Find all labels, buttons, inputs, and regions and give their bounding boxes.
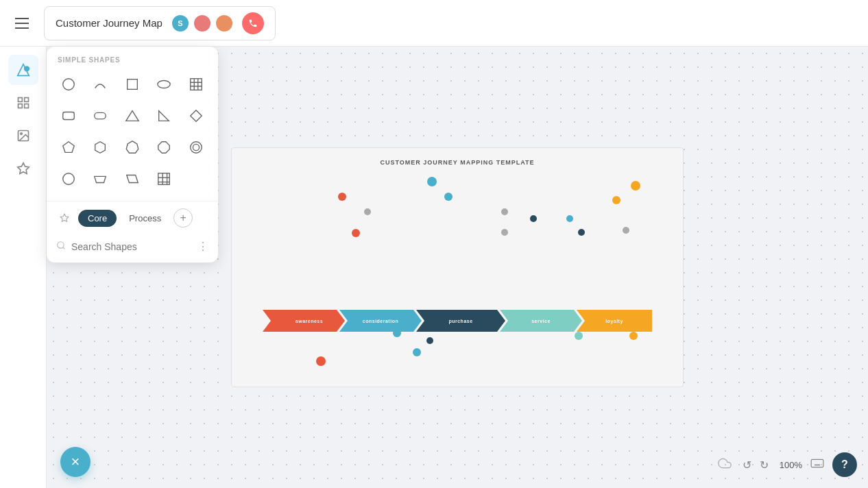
svg-point-9 xyxy=(63,79,75,90)
svg-rect-3 xyxy=(24,98,28,102)
search-input[interactable] xyxy=(71,241,192,252)
dot-pr xyxy=(316,356,326,366)
zoom-level: 100% xyxy=(780,460,802,470)
svg-marker-30 xyxy=(127,175,138,183)
shape-heptagon[interactable] xyxy=(117,132,147,162)
dot-3rdparty xyxy=(501,229,508,236)
fab-close-button[interactable]: × xyxy=(60,447,91,477)
shape-trapezoid[interactable] xyxy=(85,164,115,194)
journey-stages: awareness consideration purchase service… xyxy=(245,310,669,332)
svg-marker-8 xyxy=(17,163,29,174)
stage-loyalty: loyalty xyxy=(577,310,652,332)
shape-table[interactable] xyxy=(181,69,211,99)
stage-service: service xyxy=(500,310,582,332)
tab-add-button[interactable]: + xyxy=(173,208,193,228)
stage-consideration: consideration xyxy=(339,310,422,332)
diagram-frame: CUSTOMER JOURNEY MAPPING TEMPLATE awaren… xyxy=(231,147,684,387)
undo-redo-controls: ↺ ↻ xyxy=(740,456,771,474)
shape-ellipse[interactable] xyxy=(149,69,179,99)
svg-rect-10 xyxy=(127,80,137,90)
svg-marker-23 xyxy=(95,142,106,154)
cloud-icon xyxy=(718,456,732,474)
shape-square[interactable] xyxy=(117,69,147,99)
sidebar-shapes-button[interactable] xyxy=(8,55,38,85)
redo-button[interactable]: ↻ xyxy=(757,456,771,474)
svg-rect-38 xyxy=(811,459,823,467)
svg-rect-17 xyxy=(63,112,75,120)
dot-landing xyxy=(444,193,453,201)
sidebar-draw-button[interactable] xyxy=(8,154,38,184)
shapes-grid xyxy=(47,69,218,201)
svg-point-26 xyxy=(190,142,202,154)
shape-diamond[interactable] xyxy=(181,101,211,131)
undo-button[interactable]: ↺ xyxy=(740,456,754,474)
svg-marker-22 xyxy=(63,142,75,153)
dot-newsletter xyxy=(631,181,640,191)
svg-marker-19 xyxy=(126,111,138,121)
dot-blog2 xyxy=(623,227,629,234)
svg-marker-29 xyxy=(95,176,106,182)
dot-bottom1 xyxy=(393,329,401,337)
svg-rect-31 xyxy=(158,173,170,185)
document-title: Customer Journey Map xyxy=(56,17,162,29)
call-button[interactable] xyxy=(242,12,264,34)
dot-billboard xyxy=(338,193,346,201)
shape-parallelogram[interactable] xyxy=(117,164,147,194)
dot-bottom2 xyxy=(426,337,433,344)
dot-bottom3 xyxy=(413,348,421,356)
svg-rect-2 xyxy=(18,98,22,102)
avatar-2 xyxy=(193,14,212,33)
left-sidebar xyxy=(0,47,47,488)
dot-email xyxy=(612,196,620,204)
shape-grid[interactable] xyxy=(149,164,179,194)
shape-rounded-rect[interactable] xyxy=(53,101,84,131)
diagram-title: CUSTOMER JOURNEY MAPPING TEMPLATE xyxy=(243,159,672,166)
shape-stadium[interactable] xyxy=(85,101,115,131)
dot-search xyxy=(427,177,437,186)
shape-ring[interactable] xyxy=(181,132,211,162)
svg-point-27 xyxy=(193,144,199,150)
topbar: Customer Journey Map S xyxy=(0,0,868,47)
avatar-1: S xyxy=(171,14,190,33)
svg-point-7 xyxy=(20,133,21,135)
shape-triangle[interactable] xyxy=(117,101,147,131)
svg-rect-12 xyxy=(190,79,202,90)
close-icon: × xyxy=(71,453,80,471)
dot-website xyxy=(530,215,537,222)
stage-purchase: purchase xyxy=(416,310,505,332)
stage-awareness: awareness xyxy=(263,310,345,332)
svg-point-36 xyxy=(58,242,64,248)
sidebar-image-button[interactable] xyxy=(8,121,38,151)
dot-promotion xyxy=(629,332,638,340)
svg-marker-21 xyxy=(190,110,202,122)
avatar-3 xyxy=(215,14,234,33)
shape-octagon[interactable] xyxy=(149,132,179,162)
shapes-section-label: Simple Shapes xyxy=(47,47,218,69)
shape-right-triangle[interactable] xyxy=(149,101,179,131)
dot-imchat xyxy=(578,229,585,236)
shape-pentagon[interactable] xyxy=(53,132,84,162)
sidebar-grid-button[interactable] xyxy=(8,88,38,118)
dot-mobile xyxy=(566,215,573,222)
svg-marker-24 xyxy=(126,141,138,153)
dot-ads xyxy=(352,229,360,237)
svg-rect-4 xyxy=(18,104,22,108)
more-options-icon[interactable]: ⋮ xyxy=(197,240,208,253)
tab-core[interactable]: Core xyxy=(78,210,117,227)
collaborators: S xyxy=(171,14,234,33)
menu-button[interactable] xyxy=(11,12,33,34)
shape-arc[interactable] xyxy=(85,69,115,99)
search-icon xyxy=(56,241,66,252)
shape-circle2[interactable] xyxy=(53,164,84,194)
tab-process[interactable]: Process xyxy=(119,210,171,227)
keyboard-icon xyxy=(810,458,824,472)
help-button[interactable]: ? xyxy=(832,452,857,477)
svg-rect-18 xyxy=(95,112,106,119)
shape-circle[interactable] xyxy=(53,69,84,99)
tab-star-icon xyxy=(53,207,75,229)
svg-point-28 xyxy=(63,173,75,185)
bottom-bar: ↺ ↻ 100% ? xyxy=(718,452,857,477)
dot-blog xyxy=(501,208,508,215)
document-title-pill: Customer Journey Map S xyxy=(44,6,276,40)
shape-hexagon[interactable] xyxy=(85,132,115,162)
